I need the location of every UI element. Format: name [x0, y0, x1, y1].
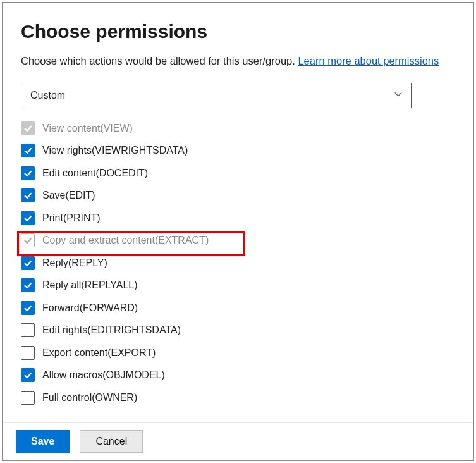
permission-checkbox[interactable]: [21, 323, 35, 337]
permission-label: Export content(EXPORT): [42, 347, 156, 359]
permission-row: Print(PRINT): [21, 207, 455, 230]
permission-checkbox[interactable]: [21, 121, 35, 135]
permission-row: View content(VIEW): [21, 117, 455, 140]
permission-label: Save(EDIT): [42, 190, 95, 201]
permission-preset-select[interactable]: Custom: [21, 83, 412, 108]
check-icon: [23, 304, 32, 312]
check-icon: [23, 236, 32, 245]
permission-checkbox[interactable]: [21, 166, 35, 180]
permission-checkbox[interactable]: [21, 368, 35, 382]
permission-row: View rights(VIEWRIGHTSDATA): [21, 139, 455, 162]
permission-checkbox[interactable]: [21, 256, 35, 270]
permission-row: Save(EDIT): [21, 184, 455, 207]
check-icon: [23, 146, 32, 155]
permission-label: Edit rights(EDITRIGHTSDATA): [42, 324, 181, 336]
check-icon: [23, 259, 32, 268]
check-icon: [23, 214, 32, 223]
permissions-list: View content(VIEW)View rights(VIEWRIGHTS…: [21, 117, 455, 413]
permission-row: Forward(FORWARD): [21, 297, 455, 319]
permission-checkbox[interactable]: [21, 211, 35, 225]
permission-row: Edit rights(EDITRIGHTSDATA): [21, 319, 455, 342]
permission-label: Copy and extract content(EXTRACT): [42, 235, 209, 246]
permission-checkbox[interactable]: [21, 144, 35, 157]
check-icon: [23, 124, 32, 133]
permission-checkbox[interactable]: [21, 278, 35, 292]
permission-label: Allow macros(OBJMODEL): [42, 369, 165, 381]
permission-label: View content(VIEW): [42, 123, 133, 134]
permission-row: Allow macros(OBJMODEL): [21, 364, 455, 386]
permission-label: Print(PRINT): [42, 213, 101, 224]
check-icon: [23, 371, 32, 380]
learn-more-link[interactable]: Learn more about permissions: [298, 55, 439, 66]
permission-row: Reply(REPLY): [21, 252, 455, 275]
footer-actions: Save Cancel: [3, 422, 473, 460]
permission-label: Forward(FORWARD): [42, 302, 138, 314]
permission-label: Edit content(DOCEDIT): [42, 168, 148, 179]
permission-row: Export content(EXPORT): [21, 342, 455, 364]
subtitle-text: Choose which actions would be allowed fo…: [21, 55, 298, 66]
select-value: Custom: [30, 90, 65, 101]
permission-checkbox[interactable]: [21, 391, 35, 405]
save-button[interactable]: Save: [16, 430, 70, 453]
check-icon: [23, 281, 32, 290]
permission-checkbox[interactable]: [21, 233, 35, 247]
permissions-panel: Choose permissions Choose which actions …: [2, 2, 474, 461]
permission-row: Full control(OWNER): [21, 386, 455, 409]
permission-row: Copy and extract content(EXTRACT): [21, 229, 455, 252]
permission-checkbox[interactable]: [21, 188, 35, 202]
subtitle: Choose which actions would be allowed fo…: [21, 54, 455, 69]
cancel-button[interactable]: Cancel: [80, 430, 143, 453]
permission-label: Full control(OWNER): [42, 392, 137, 404]
permission-label: Reply all(REPLYALL): [42, 280, 138, 291]
permission-checkbox[interactable]: [21, 346, 35, 360]
page-title: Choose permissions: [21, 21, 455, 42]
check-icon: [23, 169, 32, 178]
permission-label: Reply(REPLY): [42, 257, 107, 269]
permission-checkbox[interactable]: [21, 301, 35, 315]
permission-label: View rights(VIEWRIGHTSDATA): [42, 145, 188, 156]
permission-row: Reply all(REPLYALL): [21, 274, 455, 297]
permission-row: Edit content(DOCEDIT): [21, 162, 455, 185]
check-icon: [23, 191, 32, 200]
